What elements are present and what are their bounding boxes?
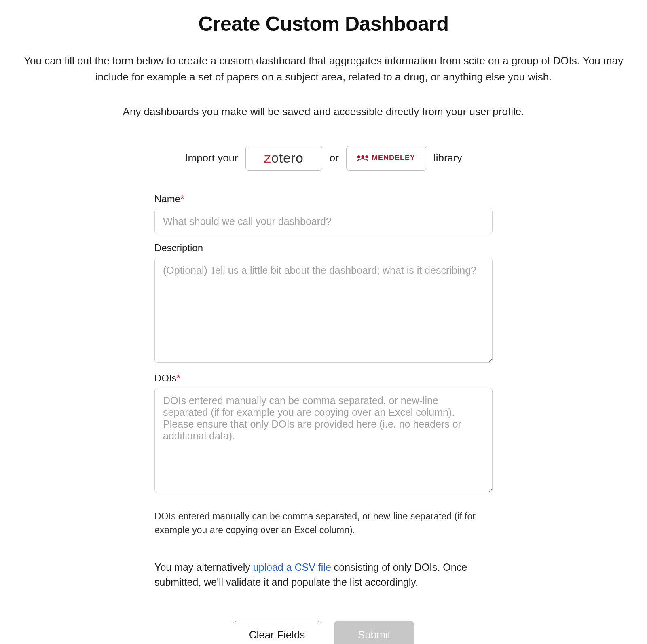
page-title: Create Custom Dashboard <box>8 12 639 36</box>
dois-help-text: DOIs entered manually can be comma separ… <box>154 509 493 537</box>
import-zotero-button[interactable]: zotero <box>245 146 322 171</box>
clear-fields-button[interactable]: Clear Fields <box>233 621 322 644</box>
csv-help-text: You may alternatively upload a CSV file … <box>154 560 493 590</box>
import-separator-text: or <box>330 152 339 164</box>
mendeley-label: MENDELEY <box>372 154 415 162</box>
dois-required-mark: * <box>177 373 180 383</box>
svg-point-0 <box>357 155 360 158</box>
dois-label-text: DOIs <box>154 373 177 383</box>
intro-paragraph-2: Any dashboards you make will be saved an… <box>8 104 639 120</box>
svg-point-2 <box>365 155 368 158</box>
import-suffix-text: library <box>433 152 462 164</box>
intro-paragraph-1: You can fill out the form below to creat… <box>8 53 639 85</box>
import-mendeley-button[interactable]: MENDELEY <box>346 146 426 171</box>
description-label: Description <box>154 242 493 254</box>
csv-help-prefix: You may alternatively <box>154 561 253 573</box>
import-library-row: Import your zotero or MENDELEY library <box>8 146 639 171</box>
zotero-logo-icon: zotero <box>264 150 304 166</box>
name-required-mark: * <box>180 193 184 204</box>
mendeley-icon <box>357 154 368 162</box>
description-textarea[interactable] <box>154 258 493 363</box>
import-prefix-text: Import your <box>185 152 238 164</box>
name-label-text: Name <box>154 193 180 204</box>
name-input[interactable] <box>154 209 493 234</box>
svg-point-1 <box>361 155 364 158</box>
submit-button[interactable]: Submit <box>334 621 414 644</box>
mendeley-logo-icon: MENDELEY <box>357 154 415 162</box>
dois-label: DOIs* <box>154 373 493 384</box>
upload-csv-link[interactable]: upload a CSV file <box>253 561 331 573</box>
name-label: Name* <box>154 193 493 205</box>
dois-textarea[interactable] <box>154 388 493 493</box>
